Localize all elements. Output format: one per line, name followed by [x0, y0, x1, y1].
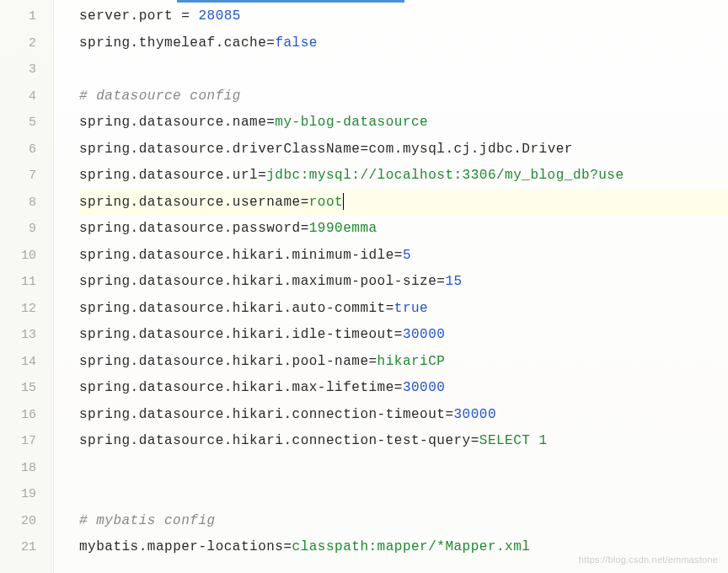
code-token: hikariCP: [377, 354, 446, 369]
code-line[interactable]: spring.datasource.url=jdbc:mysql://local…: [79, 163, 728, 190]
code-token: pool-name: [292, 354, 369, 369]
code-token: .: [283, 301, 292, 316]
code-token: .: [283, 433, 292, 448]
line-number: 16: [0, 402, 53, 429]
code-token: mysql: [403, 142, 446, 157]
code-line[interactable]: # mybatis config: [79, 508, 728, 535]
code-token: datasource: [139, 327, 224, 342]
code-token: .: [224, 327, 233, 342]
code-token: =: [445, 407, 453, 422]
code-token: .: [224, 407, 233, 422]
code-token: datasource: [139, 195, 224, 210]
code-token: =: [283, 539, 292, 554]
code-token: hikari: [233, 301, 284, 316]
code-line[interactable]: spring.datasource.password=1990emma: [79, 216, 728, 243]
line-number-gutter: 123456789101112131415161718192021: [0, 0, 54, 573]
code-token: .: [224, 115, 233, 130]
code-line[interactable]: spring.datasource.username=root: [79, 190, 728, 217]
code-line[interactable]: spring.datasource.hikari.idle-timeout=30…: [79, 322, 728, 349]
code-token: password: [233, 221, 301, 236]
code-line[interactable]: spring.datasource.hikari.pool-name=hikar…: [79, 349, 728, 376]
code-token: idle-timeout: [292, 327, 394, 342]
code-token: .: [131, 407, 139, 422]
code-token: .: [224, 380, 233, 395]
code-token: spring: [79, 301, 131, 316]
code-line[interactable]: spring.thymeleaf.cache=false: [79, 30, 728, 57]
code-token: # datasource config: [79, 88, 241, 104]
code-token: .: [224, 433, 233, 448]
code-token: =: [368, 354, 377, 369]
code-token: datasource: [139, 168, 224, 183]
code-token: hikari: [233, 327, 284, 342]
code-token: .: [283, 274, 292, 289]
code-token: server: [79, 8, 131, 24]
code-token: minimum-idle: [292, 248, 394, 263]
line-number: 8: [0, 190, 53, 217]
code-token: datasource: [139, 221, 224, 236]
code-token: # mybatis config: [79, 513, 216, 528]
line-number: 4: [0, 83, 53, 110]
code-token: =: [266, 115, 275, 130]
code-token: datasource: [139, 115, 224, 130]
code-token: datasource: [139, 354, 224, 369]
code-line[interactable]: [79, 455, 728, 482]
code-token: connection-timeout: [292, 407, 446, 422]
code-line[interactable]: [79, 481, 728, 508]
code-token: hikari: [233, 248, 284, 263]
line-number: 15: [0, 375, 53, 402]
code-line[interactable]: # datasource config: [79, 83, 728, 110]
code-token: .: [224, 274, 233, 289]
line-number: 18: [0, 455, 53, 482]
code-token: .: [131, 221, 139, 236]
code-token: .: [131, 248, 139, 263]
line-number: 20: [0, 508, 53, 535]
code-token: hikari: [233, 380, 284, 395]
code-token: SELECT 1: [479, 433, 548, 448]
code-token: .: [283, 327, 292, 342]
code-token: spring: [79, 380, 131, 395]
code-token: 30000: [403, 327, 446, 342]
code-token: .: [224, 354, 233, 369]
code-line[interactable]: spring.datasource.driverClassName=com.my…: [79, 137, 728, 163]
code-token: =: [471, 433, 479, 448]
code-line[interactable]: spring.datasource.hikari.connection-time…: [79, 402, 728, 429]
line-number: 19: [0, 481, 53, 508]
code-token: =: [394, 327, 403, 342]
code-token: .: [224, 221, 233, 236]
line-number: 1: [0, 3, 53, 30]
code-token: .: [131, 274, 139, 289]
code-token: .: [131, 115, 139, 130]
code-token: false: [275, 35, 318, 51]
code-token: datasource: [139, 248, 224, 263]
code-token: 30000: [403, 380, 446, 395]
line-number: 6: [0, 137, 53, 163]
code-line[interactable]: spring.datasource.hikari.max-lifetime=30…: [79, 375, 728, 402]
code-token: =: [173, 8, 198, 24]
code-line[interactable]: spring.datasource.hikari.auto-commit=tru…: [79, 296, 728, 323]
code-line[interactable]: spring.datasource.hikari.maximum-pool-si…: [79, 269, 728, 296]
line-number: 17: [0, 428, 53, 455]
code-token: .: [131, 168, 139, 183]
code-token: .: [131, 195, 139, 210]
code-token: spring: [79, 248, 131, 263]
code-token: my-blog-datasource: [275, 115, 428, 130]
code-token: url: [233, 168, 258, 183]
line-number: 5: [0, 110, 53, 137]
code-line[interactable]: server.port = 28085: [79, 3, 728, 30]
code-token: classpath:mapper/*Mapper.xml: [292, 539, 531, 554]
code-token: root: [309, 195, 343, 210]
code-token: 30000: [454, 407, 497, 422]
code-line[interactable]: spring.datasource.hikari.minimum-idle=5: [79, 243, 728, 270]
code-editor[interactable]: 123456789101112131415161718192021 server…: [0, 0, 728, 573]
line-number: 7: [0, 163, 53, 190]
code-token: com: [368, 142, 393, 157]
code-token: maximum-pool-size: [292, 274, 437, 289]
code-line[interactable]: spring.datasource.hikari.connection-test…: [79, 428, 728, 455]
code-token: 5: [403, 248, 411, 263]
code-token: .: [471, 142, 479, 157]
code-line[interactable]: spring.datasource.name=my-blog-datasourc…: [79, 110, 728, 137]
code-token: datasource: [139, 301, 224, 316]
code-token: .: [283, 407, 292, 422]
code-line[interactable]: [79, 56, 728, 83]
code-area[interactable]: server.port = 28085spring.thymeleaf.cach…: [54, 0, 728, 573]
